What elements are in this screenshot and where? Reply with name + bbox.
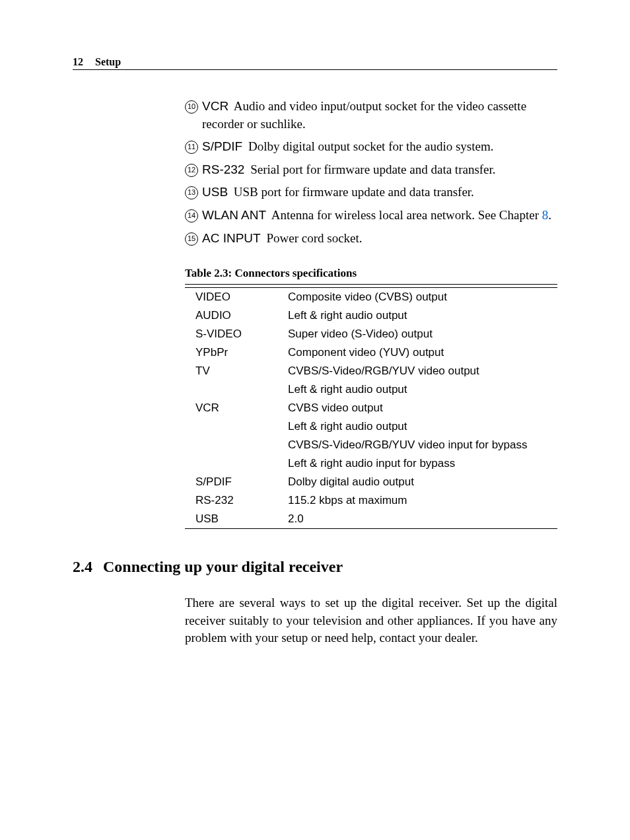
table-row: VIDEOComposite video (CVBS) output bbox=[185, 288, 557, 306]
table-key bbox=[185, 417, 288, 436]
table-key: USB bbox=[185, 510, 288, 529]
definition-item: 14 WLAN ANT Antenna for wireless local a… bbox=[185, 207, 557, 225]
table-value: Super video (S-Video) output bbox=[288, 325, 557, 343]
table-value: 115.2 kbps at maximum bbox=[288, 491, 557, 510]
section-paragraph: There are several ways to set up the dig… bbox=[185, 594, 557, 647]
table-value: 2.0 bbox=[288, 510, 557, 529]
definition-item: 12 RS-232 Serial port for firmware updat… bbox=[185, 161, 557, 179]
definition-term: WLAN ANT bbox=[202, 208, 266, 222]
table-value: Composite video (CVBS) output bbox=[288, 288, 557, 306]
definition-body: S/PDIF Dolby digital output socket for t… bbox=[202, 138, 557, 156]
section-number: 2.4 bbox=[73, 558, 103, 576]
definition-body: AC INPUT Power cord socket. bbox=[202, 230, 557, 248]
table-row: AUDIOLeft & right audio output bbox=[185, 306, 557, 325]
definition-description: Dolby digital output socket for the audi… bbox=[248, 139, 494, 153]
definition-description: Antenna for wireless local area network.… bbox=[271, 208, 551, 222]
table-caption: Table 2.3: Connectors specifications bbox=[185, 267, 557, 280]
table-row: Left & right audio input for bypass bbox=[185, 454, 557, 473]
definition-body: USB USB port for firmware update and dat… bbox=[202, 184, 557, 201]
table-row: VCRCVBS video output bbox=[185, 399, 557, 417]
section-title: Connecting up your digital receiver bbox=[103, 558, 343, 576]
content-column: There are several ways to set up the dig… bbox=[185, 594, 557, 647]
definition-text: . bbox=[548, 208, 551, 222]
definition-item: 13 USB USB port for firmware update and … bbox=[185, 184, 557, 201]
circled-number-icon: 11 bbox=[185, 141, 198, 154]
table-row: Left & right audio output bbox=[185, 380, 557, 399]
circled-number-icon: 14 bbox=[185, 209, 198, 223]
circled-number-icon: 12 bbox=[185, 164, 198, 177]
table-row: Left & right audio output bbox=[185, 417, 557, 436]
table-key: RS-232 bbox=[185, 491, 288, 510]
definition-description: USB port for firmware update and data tr… bbox=[234, 185, 474, 199]
table-value: CVBS/S-Video/RGB/YUV video input for byp… bbox=[288, 436, 557, 454]
definition-body: VCR Audio and video input/output socket … bbox=[202, 98, 557, 133]
definition-text: Antenna for wireless local area network.… bbox=[271, 208, 542, 222]
table-key: TV bbox=[185, 362, 288, 380]
table-key bbox=[185, 436, 288, 454]
circled-number-icon: 15 bbox=[185, 232, 198, 246]
definition-body: WLAN ANT Antenna for wireless local area… bbox=[202, 207, 557, 225]
chapter-link[interactable]: 8 bbox=[542, 208, 549, 222]
page-number: 12 bbox=[73, 56, 83, 68]
table-key: AUDIO bbox=[185, 306, 288, 325]
table-row: S/PDIFDolby digital audio output bbox=[185, 473, 557, 491]
table-row: USB2.0 bbox=[185, 510, 557, 529]
table-value: Left & right audio output bbox=[288, 380, 557, 399]
table-key: VIDEO bbox=[185, 288, 288, 306]
definition-list: 10 VCR Audio and video input/output sock… bbox=[185, 98, 557, 247]
table-row: TVCVBS/S-Video/RGB/YUV video output bbox=[185, 362, 557, 380]
definition-term: USB bbox=[202, 185, 228, 199]
table-row: CVBS/S-Video/RGB/YUV video input for byp… bbox=[185, 436, 557, 454]
definition-term: S/PDIF bbox=[202, 139, 242, 153]
table-value: Dolby digital audio output bbox=[288, 473, 557, 491]
table-key bbox=[185, 380, 288, 399]
table-key: VCR bbox=[185, 399, 288, 417]
table-row: S-VIDEOSuper video (S-Video) output bbox=[185, 325, 557, 343]
section-heading: 2.4 Connecting up your digital receiver bbox=[73, 558, 557, 576]
circled-number-icon: 13 bbox=[185, 186, 198, 199]
table-key: YPbPr bbox=[185, 343, 288, 362]
table-row: YPbPrComponent video (YUV) output bbox=[185, 343, 557, 362]
table-key: S-VIDEO bbox=[185, 325, 288, 343]
definition-body: RS-232 Serial port for firmware update a… bbox=[202, 161, 557, 179]
table-key: S/PDIF bbox=[185, 473, 288, 491]
table-key bbox=[185, 454, 288, 473]
page: 12 Setup 10 VCR Audio and video input/ou… bbox=[0, 0, 630, 840]
definition-item: 11 S/PDIF Dolby digital output socket fo… bbox=[185, 138, 557, 156]
definition-description: Power cord socket. bbox=[266, 231, 362, 245]
table-value: Component video (YUV) output bbox=[288, 343, 557, 362]
connectors-table: VIDEOComposite video (CVBS) output AUDIO… bbox=[185, 284, 557, 529]
chapter-title: Setup bbox=[95, 56, 121, 68]
table-value: CVBS/S-Video/RGB/YUV video output bbox=[288, 362, 557, 380]
table-value: Left & right audio output bbox=[288, 417, 557, 436]
definition-term: RS-232 bbox=[202, 162, 244, 176]
definition-item: 10 VCR Audio and video input/output sock… bbox=[185, 98, 557, 133]
definition-item: 15 AC INPUT Power cord socket. bbox=[185, 230, 557, 248]
table-value: CVBS video output bbox=[288, 399, 557, 417]
definition-description: Serial port for firmware update and data… bbox=[250, 162, 495, 176]
table-row: RS-232115.2 kbps at maximum bbox=[185, 491, 557, 510]
table-value: Left & right audio input for bypass bbox=[288, 454, 557, 473]
running-header: 12 Setup bbox=[73, 56, 557, 70]
content-column: 10 VCR Audio and video input/output sock… bbox=[185, 98, 557, 529]
definition-description: Audio and video input/output socket for … bbox=[202, 99, 526, 131]
definition-term: AC INPUT bbox=[202, 231, 261, 245]
circled-number-icon: 10 bbox=[185, 100, 198, 114]
definition-term: VCR bbox=[202, 99, 228, 113]
table-value: Left & right audio output bbox=[288, 306, 557, 325]
